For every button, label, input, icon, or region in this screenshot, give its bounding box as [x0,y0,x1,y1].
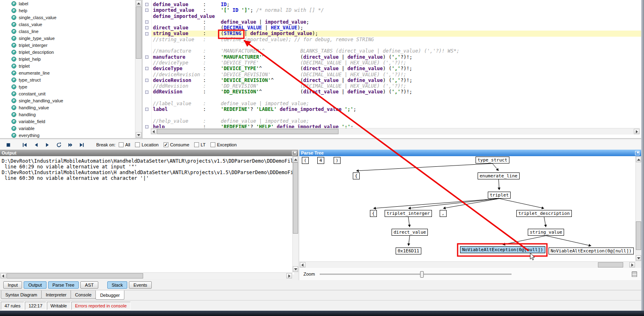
parse-tree-canvas[interactable]: (4)type_struct{enumerate_linetriplet{tri… [299,156,635,261]
editor-code[interactable]: define_value : ID;imported_value : '[' I… [151,0,641,130]
step-forward-button[interactable] [42,141,52,149]
editor-line[interactable]: label : 'REDEFINE'? 'LABEL' define_impor… [151,106,641,112]
scrollbar-thumb[interactable] [157,129,339,134]
rule-list-item-single-class-value[interactable]: Psingle_class_value [0,14,135,21]
rule-list-item-class-value[interactable]: Pclass_value [0,21,135,28]
rewind-button[interactable] [54,141,64,149]
scroll-left-icon[interactable] [151,129,157,134]
editor-line[interactable]: string_value : (STRING | define_imported… [151,31,641,36]
rule-marker-icon[interactable] [145,79,148,82]
rule-list-item-single-handling-value[interactable]: Psingle_handling_value [0,97,135,104]
scrollbar-thumb[interactable] [636,221,641,250]
zoom-slider[interactable] [320,274,511,275]
editor-line[interactable]: deviceRevison : 'DEVICE_REVISION'^ (dire… [151,77,641,83]
fit-zoom-icon[interactable] [632,272,637,277]
tree-node-four[interactable]: 4 [317,157,324,164]
scroll-right-icon[interactable] [634,129,640,134]
rule-list-item-help[interactable]: Phelp [0,7,135,14]
zoom-slider-thumb[interactable] [420,271,424,278]
grammar-editor[interactable]: define_value : ID;imported_value : '[' I… [142,0,641,138]
editor-line[interactable]: //string_value : (define_imported_value)… [151,37,641,42]
editor-line[interactable]: define_imported_value [151,13,641,19]
output-console[interactable]: D:\DevRoot\IndustrialMobileAutomation\Ha… [0,156,294,274]
editor-line[interactable]: //ddRevision : 'DD_REVISION' (DECIMAL_VA… [151,83,641,89]
rule-list-item-constant-unit[interactable]: Pconstant_unit [0,90,135,97]
editor-line[interactable]: deviceType : 'DEVICE_TYPE'^ (direct_valu… [151,66,641,71]
rule-marker-icon[interactable] [145,20,148,24]
rule-marker-icon[interactable] [145,32,148,35]
tab-input[interactable]: Input [3,281,22,289]
rule-list-item-triplet-description[interactable]: Ptriplet_description [0,49,135,55]
rule-marker-icon[interactable] [145,9,148,12]
scroll-down-icon[interactable] [636,255,641,261]
go-to-end-button[interactable] [77,141,86,149]
step-back-button[interactable] [31,141,41,149]
tree-node-exception-1[interactable]: NoViableAltException(0@[null]) [460,246,545,253]
rule-list-item-enumerate-line[interactable]: Penumerate_line [0,69,135,76]
tree-node-comma[interactable]: , [440,210,447,217]
editor-line[interactable]: //deviceRevision : 'DEVICE_REVISION' (DE… [151,72,641,77]
panel-detach-icon[interactable] [635,151,640,155]
tree-node-paren-close[interactable]: ) [334,157,341,164]
tab-parse-tree[interactable]: Parse Tree [48,281,79,289]
output-hscrollbar[interactable] [0,272,292,279]
tree-node-triplet-interger[interactable]: triplet_interger [385,210,432,217]
rule-marker-icon[interactable] [145,3,148,6]
editor-line[interactable]: manufacture : 'MANUFACTURER'^ (direct_va… [151,54,641,60]
rule-marker-icon[interactable] [145,91,148,94]
editor-line[interactable]: direct_value : (DECIMAL_VALUE | HEX_VALU… [151,25,641,31]
break-on-location-checkbox[interactable]: Location [135,142,159,147]
scroll-down-icon[interactable] [136,132,142,138]
rule-list-item-type[interactable]: Ptype [0,83,135,90]
tab-interpreter[interactable]: Interpreter [41,290,71,299]
rule-list-item-variable[interactable]: Pvariable [0,125,135,132]
editor-line[interactable] [151,42,641,48]
tab-debugger[interactable]: Debugger [95,290,124,300]
tree-node-string-value[interactable]: string_value [528,229,564,236]
scrollbar-thumb[interactable] [136,7,142,59]
break-on-consume-checkbox[interactable]: ✓Consume [164,142,189,147]
go-to-start-button[interactable] [20,141,29,149]
editor-line[interactable]: //help_value : define_value | imported_v… [151,118,641,124]
rule-list-item-label[interactable]: Plabel [0,0,135,7]
rule-marker-icon[interactable] [145,55,148,59]
scroll-right-icon[interactable] [629,262,635,267]
tab-events[interactable]: Events [129,281,152,289]
scroll-right-icon[interactable] [286,273,292,278]
editor-line[interactable]: define_value : ID; [151,2,641,7]
scrollbar-thumb[interactable] [7,273,143,278]
scroll-up-icon[interactable] [136,0,142,6]
editor-line[interactable]: : define_value | imported_value; [151,19,641,25]
tree-node-type-struct[interactable]: type_struct [476,157,509,164]
fast-forward-button[interactable] [65,141,75,149]
rule-list-scrollbar[interactable] [135,0,142,138]
scroll-up-icon[interactable] [293,157,298,162]
panel-detach-icon[interactable] [292,151,297,155]
rule-list-item-single-type-value[interactable]: Psingle_type_value [0,35,135,42]
editor-line[interactable]: //deviceType : 'DEVICE_TYPE' (DECIMAL_VA… [151,60,641,66]
rule-list-item-handling-value[interactable]: Phandling_value [0,104,135,111]
tree-node-direct-value[interactable]: direct_value [392,229,428,236]
parse-tree-vscrollbar[interactable] [635,156,641,261]
tree-node-hex-value[interactable]: 0x1E6D11 [396,247,421,254]
rule-list-item-triplet-help[interactable]: Ptriplet_help [0,55,135,62]
rule-list-item-variable-field[interactable]: Pvariable_field [0,118,135,125]
rule-marker-icon[interactable] [145,67,148,70]
editor-line[interactable]: //manufacture : 'MANUFACTURER'^ BLANKS_T… [151,48,641,54]
rule-list-item-handling[interactable]: Phandling [0,111,135,118]
output-vscrollbar[interactable] [292,156,298,272]
scroll-left-icon[interactable] [0,273,6,278]
break-on-lt-checkbox[interactable]: LT [194,142,206,147]
rule-marker-icon[interactable] [145,125,148,128]
tab-output[interactable]: Output [24,281,46,289]
tree-node-exception-2[interactable]: NoViableAltException(0@[null]) [549,247,634,254]
tree-node-enumerate-line[interactable]: enumerate_line [478,172,520,179]
scroll-left-icon[interactable] [300,262,305,267]
break-on-all-checkbox[interactable]: All [119,142,130,147]
editor-line[interactable]: ddRevision : 'DD_REVISION'^ (direct_valu… [151,89,641,95]
tree-node-paren-open[interactable]: ( [302,157,309,164]
editor-line[interactable]: imported_value : '[' ID ']'; /* normal I… [151,7,641,13]
tab-stack[interactable]: Stack [107,281,128,289]
rule-list-item-type-struct[interactable]: Ptype_struct [0,76,135,83]
tab-console[interactable]: Console [71,290,96,299]
